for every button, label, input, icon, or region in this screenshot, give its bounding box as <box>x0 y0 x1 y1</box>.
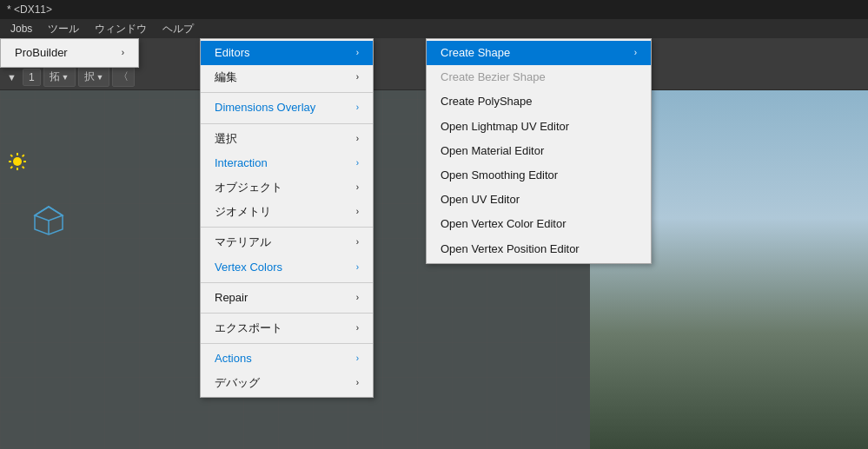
menu-item-vertexcolors[interactable]: Vertex Colors › <box>201 255 373 280</box>
chevron-right-icon: › <box>356 377 359 389</box>
menu-item-object[interactable]: オブジェクト › <box>201 175 373 200</box>
menu-create-shape-submenu: Create Shape › Create Bezier Shape Creat… <box>426 38 652 264</box>
chevron-right-icon: › <box>356 292 359 304</box>
separator-1 <box>201 92 373 93</box>
svg-point-0 <box>13 157 22 166</box>
menu-item-actions[interactable]: Actions › <box>201 347 373 371</box>
chevron-down-icon: ▼ <box>62 73 70 82</box>
menu-item-smoothing[interactable]: Open Smoothing Editor <box>427 163 651 188</box>
separator-4 <box>201 282 373 283</box>
menu-item-vertexposeditor[interactable]: Open Vertex Position Editor <box>427 237 651 261</box>
cube-icon <box>31 203 66 238</box>
menu-item-select[interactable]: 選択 › <box>201 127 373 151</box>
menu-item-uveditor[interactable]: Open UV Editor <box>427 188 651 212</box>
menu-item-material[interactable]: マテリアル › <box>201 230 373 254</box>
toolbar-number: 1 <box>23 69 41 86</box>
chevron-right-icon: › <box>634 47 637 59</box>
chevron-right-icon: › <box>356 353 359 365</box>
menu-item-dimensions[interactable]: Dimensions Overlay › <box>201 96 373 120</box>
chevron-right-icon: › <box>356 133 359 145</box>
menu-item-geometry[interactable]: ジオメトリ › <box>201 200 373 224</box>
separator-3 <box>201 227 373 228</box>
toolbar-btn3[interactable]: 〈 <box>112 67 135 87</box>
chevron-right-icon: › <box>356 182 359 194</box>
menu-item-lightmapuv[interactable]: Open Lightmap UV Editor <box>427 115 651 139</box>
menu-help[interactable]: ヘルプ <box>156 20 201 38</box>
menu-probuilder-item[interactable]: ProBuilder › <box>1 41 138 65</box>
svg-line-5 <box>10 155 12 156</box>
chevron-right-icon: › <box>356 322 359 334</box>
chevron-right-icon: › <box>356 47 359 59</box>
title-bar: * <DX11> <box>0 0 868 19</box>
menu-item-materialeditor[interactable]: Open Material Editor <box>427 139 651 163</box>
toolbar-btn2[interactable]: 択 ▼ <box>78 67 110 87</box>
menu-item-editors[interactable]: Editors › <box>201 41 373 65</box>
chevron-right-icon: › <box>356 236 359 248</box>
menu-item-interaction[interactable]: Interaction › <box>201 151 373 175</box>
chevron-right-icon: › <box>356 206 359 218</box>
menu-item-export[interactable]: エクスポート › <box>201 316 373 340</box>
menu-bar: Jobs ツール ウィンドウ ヘルプ <box>0 19 868 38</box>
menu-probuilder-dropdown: ProBuilder › <box>0 38 139 68</box>
svg-line-6 <box>23 167 24 168</box>
separator-6 <box>201 343 373 344</box>
svg-line-8 <box>23 155 24 156</box>
chevron-down-icon2: ▼ <box>96 73 104 82</box>
menu-jobs[interactable]: Jobs <box>3 21 39 36</box>
chevron-right-icon: › <box>356 261 359 274</box>
separator-5 <box>201 313 373 314</box>
sun-icon <box>7 151 28 172</box>
chevron-right-icon: › <box>122 47 124 59</box>
menu-editors-submenu: Editors › 編集 › Dimensions Overlay › 選択 ›… <box>200 38 374 398</box>
toolbar-dropdown-arrow[interactable]: ▼ <box>3 70 20 84</box>
svg-line-7 <box>10 167 12 168</box>
chevron-right-icon: › <box>356 71 359 83</box>
menu-item-repair[interactable]: Repair › <box>201 286 373 310</box>
menu-item-createbezier: Create Bezier Shape <box>427 65 651 89</box>
chevron-right-icon: › <box>356 157 359 169</box>
menu-item-createpoly[interactable]: Create PolyShape <box>427 89 651 114</box>
menu-item-vertexcoloreditor[interactable]: Open Vertex Color Editor <box>427 212 651 236</box>
title-text: * <DX11> <box>7 3 52 16</box>
menu-window[interactable]: ウィンドウ <box>88 20 154 38</box>
menu-item-debug[interactable]: デバッグ › <box>201 371 373 395</box>
menu-tools[interactable]: ツール <box>41 20 86 38</box>
separator-2 <box>201 123 373 124</box>
menu-item-createshape[interactable]: Create Shape › <box>427 41 651 65</box>
chevron-right-icon: › <box>356 102 359 114</box>
menu-item-edit[interactable]: 編集 › <box>201 65 373 89</box>
svg-marker-10 <box>35 207 63 221</box>
toolbar-btn1[interactable]: 拓 ▼ <box>43 67 76 87</box>
